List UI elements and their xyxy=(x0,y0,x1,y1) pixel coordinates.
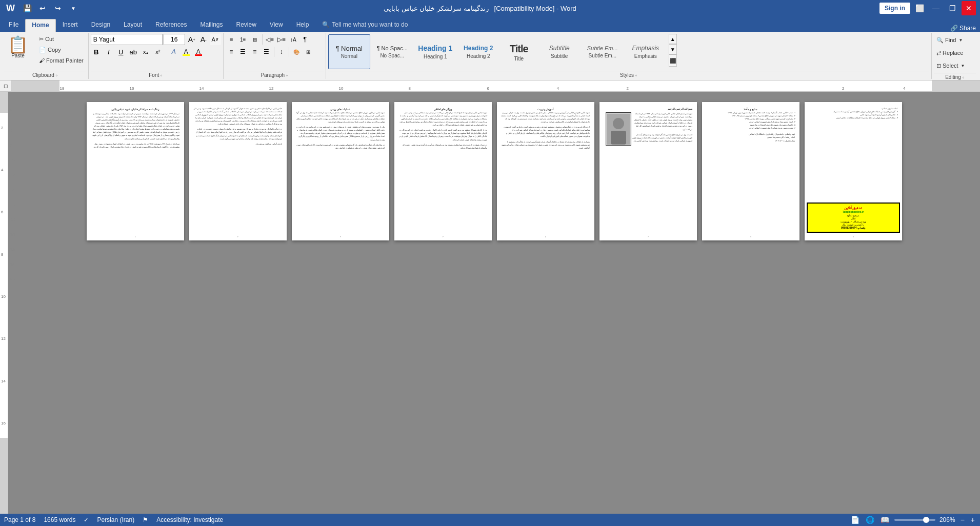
v-page-num-24: 24 xyxy=(10,262,16,267)
styles-scroll-down[interactable]: ▼ xyxy=(669,44,677,54)
styles-expand-arrow[interactable]: ⬦ xyxy=(635,73,637,77)
shading-button[interactable]: 🎨 xyxy=(291,46,302,57)
quick-access-dropdown-button[interactable]: ▼ xyxy=(66,1,81,15)
sign-in-button[interactable]: Sign in xyxy=(879,3,910,14)
find-button[interactable]: 🔍 Find ▼ xyxy=(934,34,968,46)
decrease-indent-button[interactable]: ◁≡ xyxy=(264,34,275,45)
ruler-num-2r: 2 xyxy=(842,86,844,91)
v-page-num-22: 22 xyxy=(10,247,16,252)
ad-website: Tahghighonline.ir xyxy=(810,210,896,213)
ad-title: تحقیق آنلاین xyxy=(810,206,896,210)
highlight-button[interactable]: A xyxy=(181,46,192,57)
strikethrough-button[interactable]: ab xyxy=(128,46,139,57)
styles-more[interactable]: ⬛ xyxy=(669,54,677,67)
borders-button[interactable]: ⊞ xyxy=(303,46,314,57)
style-no-spacing[interactable]: ¶ No Spac... No Spac... xyxy=(371,34,413,69)
font-name-input[interactable]: B Yagut xyxy=(91,34,163,45)
word-count: 1665 words xyxy=(44,516,75,523)
v-page-num-16: 16 xyxy=(10,203,16,207)
align-left-button[interactable]: ≡ xyxy=(226,46,237,57)
cut-button[interactable]: ✂ Cut xyxy=(36,34,86,44)
numbered-list-button[interactable]: 1≡ xyxy=(237,34,249,45)
style-heading1[interactable]: Heading 1 Heading 1 xyxy=(414,34,456,69)
underline-button[interactable]: U xyxy=(115,46,127,57)
print-layout-view-button[interactable]: 📄 xyxy=(850,515,861,525)
zoom-in-button[interactable]: + xyxy=(970,515,976,525)
style-title[interactable]: Title Title xyxy=(501,34,537,69)
tab-tell-me[interactable]: 🔍 Tell me what you want to do xyxy=(315,18,414,32)
v-page-num-18: 18 xyxy=(10,217,16,222)
tab-insert[interactable]: Insert xyxy=(56,18,85,32)
justify-button[interactable]: ☰ xyxy=(261,46,272,57)
clipboard-expand-arrow[interactable]: ⬦ xyxy=(55,73,58,77)
font-shrink-button[interactable]: A- xyxy=(198,34,209,45)
zoom-slider[interactable] xyxy=(894,519,935,521)
align-center-button[interactable]: ☰ xyxy=(237,46,249,57)
v-page-num-4: 4 xyxy=(10,113,16,118)
quick-redo-button[interactable]: ↪ xyxy=(51,1,65,15)
compatibility-mode: [Compatibility Mode] - Word xyxy=(494,5,576,12)
ribbon-display-button[interactable]: ⬜ xyxy=(912,1,927,15)
copy-button[interactable]: 📄 Copy xyxy=(36,45,86,55)
tab-design[interactable]: Design xyxy=(85,18,117,32)
style-normal[interactable]: ¶ Normal Normal xyxy=(328,34,370,69)
ruler-corner[interactable]: ◻ xyxy=(0,80,11,92)
show-formatting-button[interactable]: ¶ xyxy=(299,34,311,45)
style-emphasis[interactable]: Emphasis Emphasis xyxy=(625,34,667,69)
tab-mailings[interactable]: Mailings xyxy=(193,18,229,32)
minimize-button[interactable]: — xyxy=(929,1,943,15)
page-2-number: ۲ xyxy=(189,235,287,238)
subscript-button[interactable]: x₂ xyxy=(140,46,151,57)
font-color-button[interactable]: A xyxy=(193,46,204,57)
sort-button[interactable]: ↕A xyxy=(288,34,299,45)
clear-formatting-button[interactable]: A✗ xyxy=(210,34,221,45)
format-painter-button[interactable]: 🖌 Format Painter xyxy=(36,55,86,66)
bullets-button[interactable]: ≡ xyxy=(226,34,237,45)
quick-undo-button[interactable]: ↩ xyxy=(35,1,50,15)
font-grow-button[interactable]: A+ xyxy=(186,34,197,45)
page-7-content: منابع و مأخذ ۱. کتاب «بابایی، عقاب آسمان… xyxy=(706,107,795,235)
accessibility-indicator: ⚑ xyxy=(143,516,148,523)
ruler-num-14: 14 xyxy=(199,86,204,91)
text-effects-button[interactable]: A xyxy=(168,46,179,57)
tab-references[interactable]: References xyxy=(149,18,193,32)
style-subtitle[interactable]: Subtitle Subtitle xyxy=(538,34,581,69)
editing-expand-arrow[interactable]: ⬦ xyxy=(962,75,965,79)
select-button[interactable]: ⊡ Select ▼ xyxy=(934,59,968,72)
paragraph-expand-arrow[interactable]: ⬦ xyxy=(286,73,288,77)
zoom-out-button[interactable]: − xyxy=(959,515,966,525)
style-heading2[interactable]: Heading 2 Heading 2 xyxy=(457,34,499,69)
font-size-input[interactable]: 16 xyxy=(164,34,185,45)
select-icon: ⊡ xyxy=(936,63,941,69)
styles-scroll-up[interactable]: ▲ xyxy=(669,34,677,44)
line-spacing-button[interactable]: ↕ xyxy=(276,46,287,57)
tab-file[interactable]: File xyxy=(2,18,25,32)
web-layout-view-button[interactable]: 🌐 xyxy=(865,515,875,525)
font-expand-arrow[interactable]: ⬦ xyxy=(160,73,163,77)
ribbon-tabs: File Home Insert Design Layout Reference… xyxy=(0,16,980,32)
quick-save-button[interactable]: 💾 xyxy=(20,1,34,15)
tab-layout[interactable]: Layout xyxy=(117,18,149,32)
tab-review[interactable]: Review xyxy=(229,18,263,32)
align-right-button[interactable]: ≡ xyxy=(249,46,261,57)
document-area[interactable]: 2 4 6 8 10 12 14 16 18 20 22 24 26 زندگی… xyxy=(8,92,980,514)
maximize-button[interactable]: ❐ xyxy=(945,1,959,15)
status-left: Page 1 of 8 1665 words ✓ Persian (Iran) … xyxy=(4,516,850,523)
style-subtle-em[interactable]: Subtle Em... Subtle Em... xyxy=(582,34,624,69)
italic-button[interactable]: I xyxy=(103,46,114,57)
bold-button[interactable]: B xyxy=(91,46,102,57)
v-num-6: 6 xyxy=(1,210,3,214)
paste-button[interactable]: 📋 Paste xyxy=(4,34,32,65)
tab-help[interactable]: Help xyxy=(290,18,316,32)
read-mode-button[interactable]: 📖 xyxy=(879,515,890,525)
multilevel-list-button[interactable]: ⊞ xyxy=(249,34,261,45)
ruler-num-12: 12 xyxy=(269,86,273,91)
tab-view[interactable]: View xyxy=(263,18,290,32)
editing-label-row: Editing ⬦ xyxy=(934,73,976,81)
superscript-button[interactable]: x² xyxy=(152,46,164,57)
share-button[interactable]: 🔗 Share xyxy=(950,25,976,32)
increase-indent-button[interactable]: ▷≡ xyxy=(276,34,287,45)
tab-home[interactable]: Home xyxy=(25,19,55,32)
close-button[interactable]: ✕ xyxy=(962,1,976,15)
replace-button[interactable]: ⇄ Replace xyxy=(934,47,968,59)
